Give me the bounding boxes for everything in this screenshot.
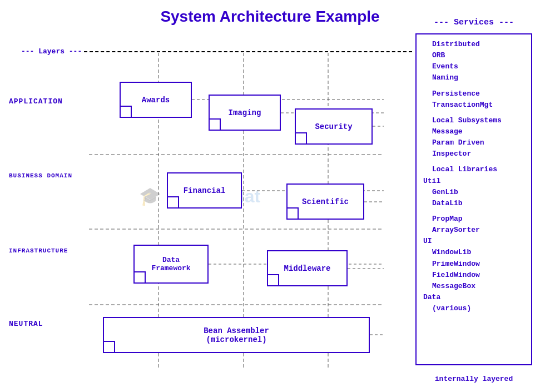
services-distributed: Distributed — [423, 39, 524, 50]
services-datalib: DataLib — [423, 198, 524, 209]
services-title: --- Services --- — [415, 18, 532, 27]
internally-layered-label: internally layered — [415, 375, 532, 383]
services-genlib: GenLib — [423, 187, 524, 198]
component-security: Security — [295, 108, 373, 145]
services-windowlib: WindowLib — [423, 247, 524, 258]
services-local-libraries: Local Libraries — [423, 164, 524, 175]
services-primewindow: PrimeWindow — [423, 259, 524, 270]
layer-label-business-domain: BUSINESS DOMAIN — [9, 172, 72, 179]
services-local-subsystems: Local Subsystems — [423, 115, 524, 126]
diagram-area: Awards Imaging Security Financial Scient… — [89, 53, 411, 375]
services-panel: Distributed ORB Events Naming Persistenc… — [415, 33, 532, 365]
services-orb: ORB — [423, 50, 524, 61]
services-fieldwindow: FieldWindow — [423, 270, 524, 281]
component-imaging: Imaging — [209, 95, 281, 131]
services-util: Util — [423, 176, 524, 187]
component-bean-assembler: Bean Assembler(microkernel) — [103, 317, 370, 353]
services-transactionmgt: TransactionMgt — [423, 100, 524, 111]
services-propmap: PropMap — [423, 214, 524, 225]
layers-dashed-line — [84, 51, 412, 52]
component-scientific: Scientific — [286, 183, 364, 220]
services-inspector: Inspector — [423, 148, 524, 160]
layers-label: --- Layers --- — [21, 47, 82, 56]
component-financial: Financial — [167, 172, 242, 209]
component-awards: Awards — [120, 82, 192, 118]
layer-label-application: APPLICATION — [9, 97, 63, 106]
services-message: Message — [423, 126, 524, 137]
component-middleware: Middleware — [267, 250, 348, 286]
services-events: Events — [423, 61, 524, 72]
layer-label-neutral: NEUTRAL — [9, 320, 43, 328]
services-param-driven: Param Driven — [423, 137, 524, 148]
layer-label-infrastructure: INFRASTRUCTURE — [9, 247, 68, 254]
services-naming: Naming — [423, 72, 524, 83]
services-messagebox: MessageBox — [423, 281, 524, 292]
services-persistence: Persistence — [423, 88, 524, 100]
component-data-framework: DataFramework — [133, 245, 209, 284]
services-various: (various) — [423, 303, 524, 314]
services-content: Distributed ORB Events Naming Persistenc… — [417, 34, 531, 319]
services-arraysorter: ArraySorter — [423, 225, 524, 236]
services-ui: UI — [423, 236, 524, 247]
services-data: Data — [423, 292, 524, 303]
